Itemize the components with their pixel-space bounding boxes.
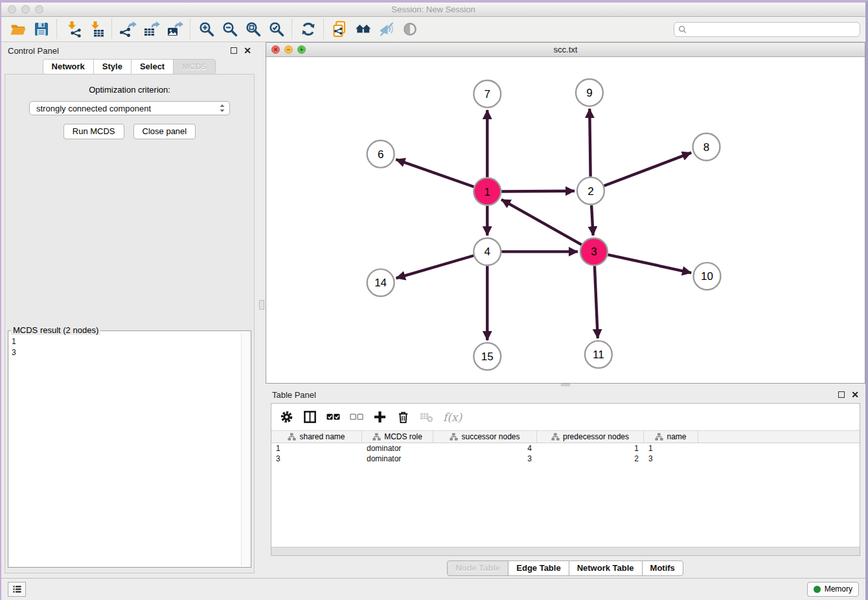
cell-successor-nodes[interactable]: 3 xyxy=(433,454,537,463)
close-panel-icon[interactable]: ✕ xyxy=(244,46,251,55)
column-header-shared-name[interactable]: shared name xyxy=(271,431,362,443)
delete-column-button[interactable] xyxy=(396,410,410,424)
import-table-button[interactable] xyxy=(85,19,108,40)
zoom-in-icon xyxy=(198,21,215,38)
graph-node-11[interactable]: 11 xyxy=(585,341,612,368)
zoom-fit-button[interactable] xyxy=(242,19,265,40)
cell-MCDS-role[interactable]: dominator xyxy=(362,454,433,463)
cell-predecessor-nodes[interactable]: 1 xyxy=(537,444,644,453)
graph-edge-3-10[interactable] xyxy=(608,255,691,273)
float-table-panel-icon[interactable] xyxy=(838,391,845,398)
graph-edge-4-14[interactable] xyxy=(396,255,474,278)
delete-table-button[interactable] xyxy=(420,410,433,424)
function-builder-button[interactable]: f(x) xyxy=(443,411,462,424)
horizontal-splitter-handle-icon[interactable] xyxy=(561,384,570,386)
import-network-button[interactable] xyxy=(62,19,85,40)
home-neighbors-icon xyxy=(355,21,372,38)
graph-node-1[interactable]: 1 xyxy=(474,178,501,205)
network-graph[interactable]: 7968124314101511 xyxy=(266,57,865,383)
add-column-button[interactable] xyxy=(373,410,387,424)
column-header-successor-nodes[interactable]: successor nodes xyxy=(433,431,537,443)
minimize-window-icon[interactable] xyxy=(21,5,30,14)
table-row[interactable]: 3dominator323 xyxy=(271,454,860,464)
run-mcds-button[interactable]: Run MCDS xyxy=(63,124,124,139)
network-window-titlebar: × − + scc.txt xyxy=(266,43,865,57)
optimization-dropdown[interactable]: strongly connected component xyxy=(29,101,230,115)
network-canvas[interactable]: 7968124314101511 xyxy=(266,57,865,383)
deselect-checkboxes-button[interactable] xyxy=(350,410,363,424)
task-history-button[interactable] xyxy=(8,582,26,597)
export-image-button[interactable] xyxy=(163,19,187,40)
zoom-in-button[interactable] xyxy=(195,19,218,40)
cell-shared-name[interactable]: 3 xyxy=(271,454,362,463)
export-network-button[interactable] xyxy=(117,19,140,40)
tab-select[interactable]: Select xyxy=(131,59,174,75)
split-panel-button[interactable] xyxy=(303,410,317,424)
close-panel-button[interactable]: Close panel xyxy=(133,124,196,139)
table-horizontal-scrollbar[interactable] xyxy=(271,547,860,555)
home-neighbors-button[interactable] xyxy=(352,19,375,40)
graph-edge-3-1[interactable] xyxy=(501,200,582,245)
graph-node-4[interactable]: 4 xyxy=(474,238,501,265)
tab-node-table[interactable]: Node Table xyxy=(447,560,508,576)
tab-style[interactable]: Style xyxy=(93,59,131,75)
maximize-window-icon[interactable] xyxy=(35,5,43,14)
search-box[interactable] xyxy=(674,22,860,37)
save-session-button[interactable] xyxy=(30,19,53,40)
cell-name[interactable]: 3 xyxy=(644,454,698,463)
graph-node-7[interactable]: 7 xyxy=(474,80,501,108)
close-window-icon[interactable] xyxy=(8,5,16,14)
table-row[interactable]: 1dominator411 xyxy=(271,443,860,454)
cell-shared-name[interactable]: 1 xyxy=(271,444,362,453)
graph-edge-1-6[interactable] xyxy=(396,159,474,187)
graph-node-3[interactable]: 3 xyxy=(580,238,608,265)
tab-mcds[interactable]: MCDS xyxy=(173,59,216,75)
graph-node-8[interactable]: 8 xyxy=(693,133,720,161)
zoom-out-button[interactable] xyxy=(218,19,242,40)
hide-annotations-button[interactable] xyxy=(375,19,398,40)
graph-edge-3-11[interactable] xyxy=(595,266,598,338)
tab-network-table[interactable]: Network Table xyxy=(569,560,643,576)
graph-edge-1-2[interactable] xyxy=(501,191,575,192)
export-table-button[interactable] xyxy=(140,19,163,40)
cell-predecessor-nodes[interactable]: 2 xyxy=(537,454,644,463)
search-input[interactable] xyxy=(689,24,856,34)
panel-splitter[interactable] xyxy=(258,42,266,578)
graph-node-14[interactable]: 14 xyxy=(367,269,394,296)
split-panel-icon xyxy=(303,410,317,424)
tab-network[interactable]: Network xyxy=(43,59,94,75)
graph-edge-2-8[interactable] xyxy=(604,153,691,186)
tab-motifs[interactable]: Motifs xyxy=(642,560,683,576)
select-all-checkboxes-button[interactable] xyxy=(326,410,340,424)
duplicate-network-button[interactable] xyxy=(328,19,352,40)
column-header-MCDS-role[interactable]: MCDS role xyxy=(362,431,433,443)
graph-node-9[interactable]: 9 xyxy=(576,79,603,106)
cell-name[interactable]: 1 xyxy=(644,444,698,453)
close-table-panel-icon[interactable]: ✕ xyxy=(851,390,859,399)
refresh-view-icon xyxy=(300,21,317,38)
hide-annotations-icon xyxy=(378,21,395,38)
settings-gear-button[interactable] xyxy=(280,410,293,424)
graph-edge-2-9[interactable] xyxy=(589,109,590,177)
zoom-selected-button[interactable] xyxy=(265,19,288,40)
memory-label: Memory xyxy=(825,584,852,594)
graph-node-15[interactable]: 15 xyxy=(474,343,501,370)
column-header-name[interactable]: name xyxy=(644,431,698,443)
splitter-handle-icon[interactable] xyxy=(259,300,264,310)
open-session-button[interactable] xyxy=(6,19,30,40)
result-scrollbar[interactable] xyxy=(241,332,249,566)
toggle-graphics-details-button[interactable] xyxy=(398,19,422,40)
refresh-view-button[interactable] xyxy=(297,19,320,40)
graph-node-2[interactable]: 2 xyxy=(577,178,604,205)
memory-button[interactable]: Memory xyxy=(807,582,859,597)
float-panel-icon[interactable] xyxy=(231,47,237,54)
graph-edge-2-3[interactable] xyxy=(591,205,593,236)
cell-MCDS-role[interactable]: dominator xyxy=(362,444,433,453)
column-header-predecessor-nodes[interactable]: predecessor nodes xyxy=(537,431,644,443)
graph-node-10[interactable]: 10 xyxy=(694,262,721,290)
zoom-fit-icon xyxy=(245,21,262,38)
tab-edge-table[interactable]: Edge Table xyxy=(508,560,569,576)
mcds-result-text[interactable]: 1 3 xyxy=(12,336,239,565)
graph-node-6[interactable]: 6 xyxy=(367,141,394,168)
cell-successor-nodes[interactable]: 4 xyxy=(433,444,537,453)
